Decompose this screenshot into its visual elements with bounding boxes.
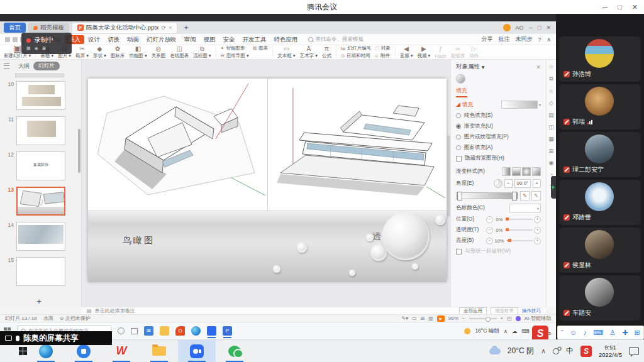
local-weather[interactable]: 20°C 阴 bbox=[508, 346, 534, 356]
wps-minimize-icon[interactable]: ─ bbox=[529, 25, 533, 31]
slide-thumbnail-14[interactable] bbox=[16, 222, 65, 251]
tab-outline[interactable]: 大纲 bbox=[18, 62, 30, 70]
increase-button[interactable]: + bbox=[534, 227, 541, 234]
tray-expand-icon[interactable]: ∧ bbox=[541, 347, 546, 355]
gradient-preview-dropdown[interactable]: ▾ bbox=[501, 101, 541, 109]
fit-screen-icon[interactable]: ◰ bbox=[507, 315, 512, 321]
tray-expand-icon[interactable]: ∧ bbox=[504, 328, 508, 334]
cloud-tray-icon[interactable]: ☁ bbox=[512, 328, 518, 334]
participant-tile[interactable]: 理二彭安宁 bbox=[559, 132, 641, 177]
tab-templates[interactable]: 稻壳模板 bbox=[28, 23, 69, 33]
ribbon-button-思维导图[interactable]: ☵思维导图 ▾ bbox=[221, 53, 249, 59]
ribbon-button-关系图[interactable]: ◎关系图 bbox=[152, 45, 166, 59]
gradient-style-radial[interactable] bbox=[522, 167, 531, 176]
maximize-icon[interactable]: □ bbox=[618, 3, 622, 11]
wps-maximize-icon[interactable]: □ bbox=[538, 25, 541, 31]
screen-icon[interactable]: ◉ bbox=[35, 46, 38, 51]
sync-status[interactable]: 未同步 bbox=[515, 35, 532, 43]
ime-language[interactable]: 中 bbox=[566, 346, 574, 356]
ime-tool-icon-5[interactable]: ✚ bbox=[622, 329, 628, 337]
view-read-icon[interactable]: ▥ bbox=[428, 315, 433, 321]
increase-button[interactable]: + bbox=[534, 216, 541, 223]
fill-option-渐变填充(U)[interactable]: 渐变填充(U) bbox=[456, 123, 541, 130]
zoom-slider[interactable] bbox=[469, 318, 497, 319]
ime-tool-icon-4[interactable]: ♙ bbox=[609, 329, 616, 337]
ribbon-button-幻灯片编号[interactable]: №幻灯片编号 bbox=[341, 45, 371, 52]
participant-tile[interactable]: 孙浩博 bbox=[559, 36, 641, 82]
panel-close-icon[interactable]: ✕ bbox=[536, 64, 541, 70]
slider-knob[interactable] bbox=[506, 228, 509, 231]
task-view-icon[interactable] bbox=[131, 328, 138, 334]
ime-tool-icon-6[interactable]: ⊞ bbox=[635, 329, 640, 337]
rotate-with-shape-checkbox[interactable]: 与形状一起旋转(W) bbox=[456, 248, 541, 255]
fill-section-label[interactable]: 填充 bbox=[462, 101, 473, 107]
collapse-ribbon-icon[interactable]: ∧ bbox=[547, 36, 551, 43]
ribbon-button-公式[interactable]: π公式 bbox=[322, 45, 331, 59]
local-clock[interactable]: 9:51 2022/4/5 bbox=[599, 344, 622, 359]
ribbon-tab-审阅[interactable]: 审阅 bbox=[180, 35, 200, 44]
angle-dial[interactable] bbox=[494, 179, 502, 188]
ribbon-tab-设计[interactable]: 设计 bbox=[84, 35, 104, 44]
zoom-out-icon[interactable]: − bbox=[462, 315, 465, 321]
fill-option-图案填充(A)[interactable]: 图案填充(A) bbox=[456, 144, 541, 151]
taskbar-wechat[interactable] bbox=[216, 340, 253, 362]
ribbon-button-图标库[interactable]: ✿图标库 bbox=[111, 45, 125, 59]
pen-tool-icon[interactable]: ✎▾ bbox=[401, 315, 408, 321]
ime-tool-icon-3[interactable]: ⌨ bbox=[593, 329, 603, 337]
panel-menu-icon[interactable] bbox=[4, 63, 9, 69]
tab-home[interactable]: 首页 bbox=[4, 23, 26, 33]
minimize-icon[interactable]: ─ bbox=[602, 3, 608, 11]
tab-slides[interactable]: 幻灯片 bbox=[33, 62, 60, 70]
side-tool-icon-1[interactable]: ⧉ bbox=[549, 75, 553, 82]
tencent-meeting-icon[interactable] bbox=[207, 326, 216, 336]
slider-track[interactable] bbox=[507, 240, 533, 241]
ribbon-tab-安全[interactable]: 安全 bbox=[219, 35, 239, 44]
camera-icon[interactable]: ▦ bbox=[26, 46, 31, 51]
wps-icon[interactable]: P bbox=[223, 326, 232, 336]
side-tool-icon-3[interactable]: ◇ bbox=[549, 100, 553, 106]
increase-button[interactable]: + bbox=[534, 238, 541, 244]
tab-document[interactable]: P 陈奥大学文化活动中心.pptx ⟳ × bbox=[72, 22, 177, 34]
gradient-style-diagonal[interactable] bbox=[532, 167, 541, 176]
slide-thumbnail-13[interactable] bbox=[16, 187, 65, 216]
decrease-button[interactable]: − bbox=[486, 216, 493, 223]
gradient-stop[interactable] bbox=[457, 192, 462, 200]
angle-decrease[interactable]: − bbox=[504, 179, 513, 188]
taskbar-explorer[interactable] bbox=[140, 340, 178, 362]
decrease-button[interactable]: − bbox=[486, 227, 493, 234]
slider-knob[interactable] bbox=[508, 239, 511, 242]
slide-thumbnail-partial[interactable] bbox=[15, 74, 64, 77]
ribbon-button-形状[interactable]: ◆形状 ▾ bbox=[93, 45, 106, 59]
close-icon[interactable]: ✕ bbox=[632, 3, 638, 11]
ribbon-tab-切换[interactable]: 切换 bbox=[104, 35, 123, 44]
cortana-icon[interactable] bbox=[118, 327, 125, 334]
gradient-style-linear[interactable] bbox=[502, 167, 511, 176]
stop-color-dropdown[interactable]: ▾ bbox=[509, 204, 541, 212]
birdseye-image[interactable] bbox=[88, 79, 267, 211]
ribbon-button-Flash[interactable]: ƒFlash bbox=[435, 46, 446, 59]
ai-assist-label[interactable]: AI-智能辅助 bbox=[525, 315, 551, 322]
keyboard-tray-icon[interactable]: ⌨ bbox=[521, 328, 529, 334]
ribbon-button-在线图表[interactable]: ◫在线图表 bbox=[170, 45, 189, 59]
ribbon-button-图表[interactable]: ▥图表 bbox=[253, 45, 269, 52]
wps-close-icon[interactable]: ✕ bbox=[546, 25, 551, 31]
ribbon-button-艺术字[interactable]: A艺术字 ▾ bbox=[300, 45, 318, 59]
side-tool-icon-8[interactable]: ◉ bbox=[549, 160, 554, 166]
hide-background-checkbox[interactable]: 隐藏背景图形(H) bbox=[456, 155, 541, 162]
edge-icon[interactable] bbox=[191, 326, 201, 336]
view-normal-icon[interactable]: ▭ bbox=[412, 315, 417, 321]
angle-value[interactable]: 90.0° bbox=[514, 179, 531, 188]
side-tool-icon-2[interactable]: ○ bbox=[550, 88, 553, 94]
slide-thumbnail-15[interactable] bbox=[16, 257, 65, 286]
side-tool-icon-4[interactable]: ▤ bbox=[548, 112, 554, 118]
angle-increase[interactable]: + bbox=[533, 179, 541, 188]
ribbon-button-音频[interactable]: ◀音频 ▾ bbox=[400, 45, 413, 59]
help-button[interactable]: ? bbox=[538, 36, 541, 43]
start-icon[interactable] bbox=[19, 347, 27, 355]
decrease-button[interactable]: − bbox=[486, 238, 493, 244]
side-tool-icon-5[interactable]: ◫ bbox=[548, 124, 554, 130]
slider-knob[interactable] bbox=[506, 217, 509, 221]
ribbon-button-视频[interactable]: ▶视频 ▾ bbox=[418, 45, 431, 59]
ribbon-button-流程图[interactable]: ⧉流程图 ▾ bbox=[193, 45, 211, 59]
link-tray-icon[interactable] bbox=[552, 346, 560, 355]
